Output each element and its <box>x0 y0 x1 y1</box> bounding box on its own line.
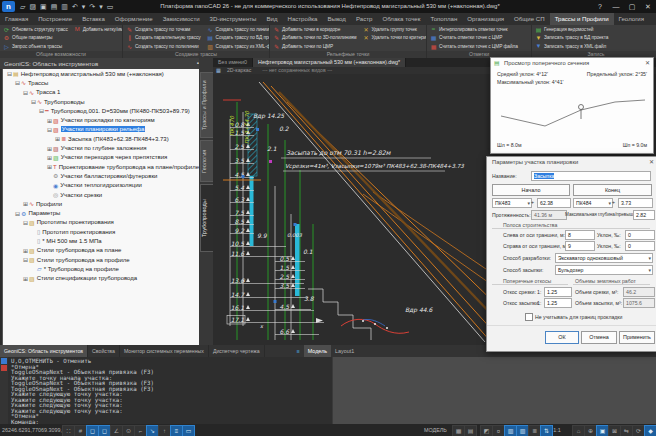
ribbon-button[interactable]: ▷Запрос объекта трассы <box>0 42 71 51</box>
depth-input[interactable]: 2.82 <box>633 210 655 220</box>
expander-icon[interactable]: ⊞ <box>22 275 29 282</box>
quick-access-icon[interactable]: ↷ <box>87 0 97 13</box>
expander-icon[interactable]: ⊞ <box>46 163 53 170</box>
preview-close-icon[interactable]: ✕ <box>645 58 650 69</box>
cancel-button[interactable]: Отмена <box>581 331 617 344</box>
status-model-icon[interactable]: ▤ <box>464 425 477 436</box>
saved-views-dropdown[interactable]: --- нет сохраненных видов --- <box>254 67 340 74</box>
tree-item[interactable]: ⊟▨Участки планировки рельефа <box>3 125 200 134</box>
app-logo-icon[interactable]: n <box>2 1 15 12</box>
quick-access-icon[interactable]: ▾ <box>97 0 105 13</box>
expander-icon[interactable]: ⊟ <box>22 256 29 263</box>
tree-item[interactable]: ⊟━Трубопровод,001. D=530мм (ПК480-ПК503+… <box>3 106 200 115</box>
quick-access-icon[interactable]: ▱ <box>18 0 27 13</box>
ribbon-tab-15[interactable]: Геология <box>614 13 649 25</box>
fill-slope-input[interactable]: 1.25 <box>544 298 572 308</box>
right-offset-input[interactable]: 9 <box>565 241 595 251</box>
expander-icon[interactable]: ⊞ <box>46 154 53 161</box>
tree-item[interactable]: ⊟▨Стили трубопровода на профиле <box>3 255 200 264</box>
model-space-label[interactable]: МОДЕЛЬ <box>424 424 447 436</box>
params-close-icon[interactable]: ✕ <box>649 157 654 168</box>
quick-access-icon[interactable]: ▭ <box>105 0 116 13</box>
ribbon-tab-0[interactable]: Главная <box>0 13 33 25</box>
ribbon-tab-3[interactable]: Оформление <box>110 13 158 25</box>
tree-item[interactable]: ⊟▤Нефтепровод магистральный 530 мм (+нак… <box>3 69 200 78</box>
bottom-tab[interactable]: Свойства <box>88 345 120 357</box>
ribbon-tab-13[interactable]: Общие СП <box>509 13 550 25</box>
tree-item[interactable]: ⊟∿Трубопроводы <box>3 97 200 106</box>
right-slope-input[interactable]: 0 <box>625 241 655 251</box>
tree-item[interactable]: ⊞▨Участки переходов через препятствия <box>3 153 200 162</box>
ribbon-button[interactable]: ▦Считать отметки точек с ЦМР файла <box>427 42 521 51</box>
ribbon-button[interactable]: ∥Создать параллельную трассу <box>123 34 204 43</box>
expander-icon[interactable]: ⊟ <box>14 210 21 217</box>
palette-tab[interactable]: Геология <box>200 140 214 182</box>
tree-item[interactable]: ⊞ТПроектирование трубопровода на плане/п… <box>3 162 200 171</box>
ribbon-tab-12[interactable]: Организация <box>462 13 509 25</box>
ribbon-button[interactable]: ✎Создать трассу по точкам <box>123 25 204 34</box>
pk-end-select[interactable]: ПК484▾ <box>573 198 613 208</box>
end-button[interactable]: Конец <box>573 184 652 196</box>
expander-icon[interactable]: ⊟ <box>38 107 45 114</box>
ribbon-button[interactable]: ▦Считать отметки точек с ЦМР <box>427 34 521 43</box>
palette-tab[interactable]: Трубопроводы <box>200 184 214 252</box>
left-offset-input[interactable]: 8 <box>565 230 595 240</box>
ribbon-button[interactable]: ✎Добавить точки по 3D-полилиниям <box>270 34 359 43</box>
tree-item[interactable]: ▯Прототип проектирования <box>3 227 200 236</box>
ribbon-tab-7[interactable]: Настройка <box>282 13 322 25</box>
quick-access-icon[interactable]: ▾ <box>80 0 88 13</box>
minimize-button[interactable]: — <box>608 0 624 13</box>
ribbon-button[interactable]: ≈Интерполировать отметки точек <box>427 25 521 34</box>
layout-tab[interactable]: Модель <box>304 345 331 357</box>
ribbon-button[interactable]: ✕Удалить группу точек <box>359 25 427 34</box>
close-button[interactable]: ✕ <box>640 0 656 13</box>
ribbon-tab-9[interactable]: Растр <box>351 13 377 25</box>
tree-item[interactable]: ⊞≣Засыпка (ПК483+62.38-ПК484+3.73) <box>3 134 200 143</box>
exclude-checkbox[interactable] <box>525 313 533 321</box>
command-line[interactable]: U,О,ОТМЕНИТЬ - Отменить*Отмена*ToggleOSn… <box>0 357 332 424</box>
ok-button[interactable]: ОК <box>545 331 579 344</box>
expander-icon[interactable]: ⊟ <box>22 89 29 96</box>
palette-tab[interactable]: Трассы и Профили <box>200 72 214 138</box>
tree-item[interactable]: ⊞∿Профили <box>3 199 200 208</box>
ribbon-button[interactable]: ▤Создать трассу по БД проекта <box>204 34 270 43</box>
tool-palette-header[interactable]: GeoniCS: Область инструментов ▪ ✕ <box>0 58 213 69</box>
tree-item[interactable]: ⊞▨Участки по глубине заложения <box>3 143 200 152</box>
ribbon-tab-4[interactable]: Зависимости <box>158 13 205 25</box>
expander-icon[interactable]: ⊟ <box>30 98 37 105</box>
status-snap-icon[interactable]: ▭ <box>182 425 195 436</box>
expander-icon[interactable]: ⊟ <box>14 79 21 86</box>
document-tab[interactable]: Без имени0 <box>213 58 253 67</box>
layout-tab[interactable]: Layout1 <box>331 345 358 357</box>
status-tool-icon[interactable]: ◆ <box>644 425 656 436</box>
bottom-tab[interactable]: Монитор системных переменных <box>120 345 209 357</box>
quick-access-icon[interactable]: ▥ <box>59 0 70 13</box>
ribbon-tab-14[interactable]: Трассы и Профили <box>550 13 614 25</box>
section-marker[interactable] <box>579 105 584 120</box>
tree-item[interactable]: ▱* Трубопровод на профиле <box>3 264 200 273</box>
expander-icon[interactable]: ⊞ <box>22 200 29 207</box>
tree-item[interactable]: ⊟∿Трасса 1 <box>3 88 200 97</box>
ribbon-button[interactable]: ⚙Общие параметры <box>0 34 71 43</box>
left-slope-input[interactable]: 0 <box>625 230 655 240</box>
expander-icon[interactable]: ⊞ <box>46 145 53 152</box>
ribbon-tab-1[interactable]: Построение <box>33 13 77 25</box>
selection-bar[interactable] <box>250 176 254 246</box>
quick-access-icon[interactable]: ▣ <box>38 0 49 13</box>
help-icon[interactable]: ? <box>592 0 608 13</box>
bottom-tab[interactable]: Диспетчер чертежа <box>209 345 265 357</box>
tree-item[interactable]: ⊟∿Трассы <box>3 78 200 87</box>
tree-item[interactable]: ⊞▨Стили спецификации трубопровода <box>3 274 200 283</box>
apply-button[interactable]: Применить <box>619 331 655 344</box>
quick-access-icon[interactable]: ▤ <box>49 0 60 13</box>
status-toggle-icon[interactable]: ⇅ <box>540 425 553 436</box>
ribbon-button[interactable]: ✕Удалить точки по критериям <box>359 34 427 43</box>
ribbon-button[interactable]: МДобавить нитку/имя трассы <box>71 25 123 34</box>
quick-access-icon[interactable]: ↶ <box>70 0 80 13</box>
ribbon-button[interactable]: ▤Генерация ведомостей <box>532 25 611 34</box>
ribbon-tab-10[interactable]: Облака точек <box>377 13 425 25</box>
tree-item[interactable]: ⚙Участки балластировки/футеровки <box>3 171 200 180</box>
ribbon-button[interactable]: ▼Записать трассу в БД проекта <box>532 34 611 43</box>
ribbon-tab-8[interactable]: Вывод <box>322 13 350 25</box>
cut-slope-input[interactable]: 1.25 <box>544 287 572 297</box>
